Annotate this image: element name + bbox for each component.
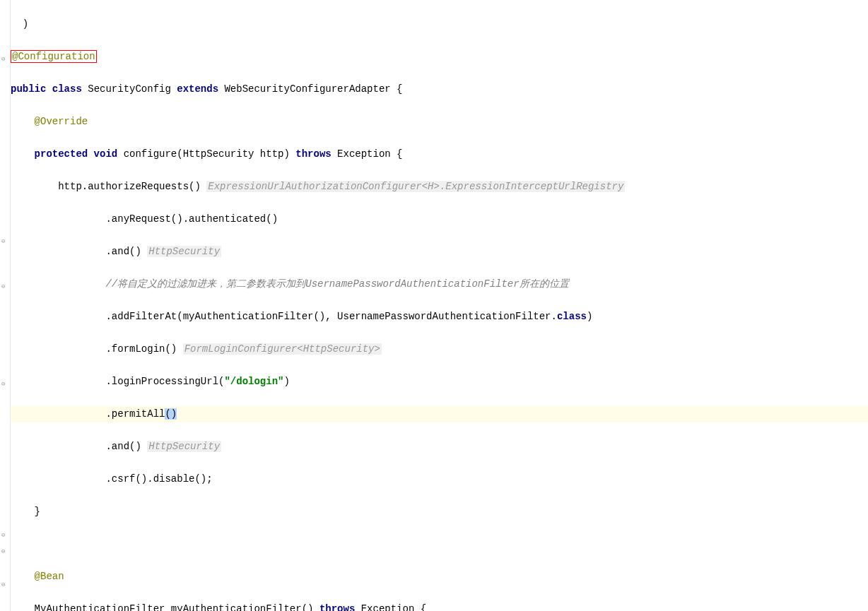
cursor-line[interactable]: .permitAll()	[11, 406, 868, 422]
code-text: .addFilterAt(myAuthenticationFilter(), U…	[11, 311, 557, 322]
code-text: .and()	[11, 441, 147, 452]
keyword: class	[557, 311, 587, 322]
keyword: extends	[177, 83, 218, 95]
code-text: SecurityConfig	[82, 83, 177, 95]
code-text: WebSecurityConfigurerAdapter {	[218, 83, 402, 95]
fold-icon[interactable]: ⊖	[1, 237, 8, 244]
fold-icon[interactable]: ⊖	[1, 380, 8, 387]
fold-icon[interactable]: ⊖	[1, 581, 8, 588]
code-editor[interactable]: ⊖ ⊖ ⊖ ⊖ ⊖ ⊖ ⊖ ) @Configuration public cl…	[0, 0, 868, 611]
code-text: )	[587, 311, 592, 322]
code-text: .anyRequest().authenticated()	[11, 213, 278, 225]
type-hint: FormLoginConfigurer<HttpSecurity>	[183, 343, 382, 355]
code-text: .formLogin()	[11, 343, 183, 355]
annotation: @Bean	[11, 571, 64, 582]
code-text: .and()	[11, 246, 147, 257]
keyword: public class	[11, 83, 82, 95]
annotation-highlight-configuration: @Configuration	[11, 50, 97, 63]
code-text: Exception {	[355, 603, 426, 611]
string-literal: "/dologin"	[224, 376, 283, 387]
code-text: configure(HttpSecurity http)	[117, 148, 295, 160]
type-hint: HttpSecurity	[147, 441, 221, 452]
code-text: .loginProcessingUrl(	[11, 376, 224, 387]
fold-icon[interactable]: ⊖	[1, 283, 8, 290]
code-text: http.authorizeRequests()	[11, 181, 206, 192]
code-text: MyAuthenticationFilter myAuthenticationF…	[11, 603, 319, 611]
comment: //将自定义的过滤加进来，第二参数表示加到UsernamePasswordAut…	[11, 278, 569, 290]
keyword: throws	[319, 603, 355, 611]
code-text: Exception {	[332, 148, 403, 160]
fold-icon[interactable]: ⊖	[1, 55, 8, 62]
keyword: throws	[295, 148, 331, 160]
fold-icon[interactable]: ⊖	[1, 531, 8, 538]
code-text: )	[11, 18, 28, 30]
annotation: @Override	[11, 116, 88, 127]
code-text: )	[283, 376, 289, 387]
code-text: }	[11, 506, 40, 517]
type-hint: HttpSecurity	[147, 246, 221, 257]
editor-gutter: ⊖ ⊖ ⊖ ⊖ ⊖ ⊖ ⊖	[0, 0, 11, 611]
code-content[interactable]: ) @Configuration public class SecurityCo…	[11, 0, 868, 611]
type-hint: ExpressionUrlAuthorizationConfigurer<H>.…	[206, 181, 625, 192]
code-text: .permitAll	[11, 408, 165, 420]
fold-icon[interactable]: ⊖	[1, 547, 8, 554]
code-text: .csrf().disable();	[11, 473, 213, 485]
cursor-selection: ()	[165, 408, 177, 420]
keyword: protected void	[11, 148, 117, 160]
